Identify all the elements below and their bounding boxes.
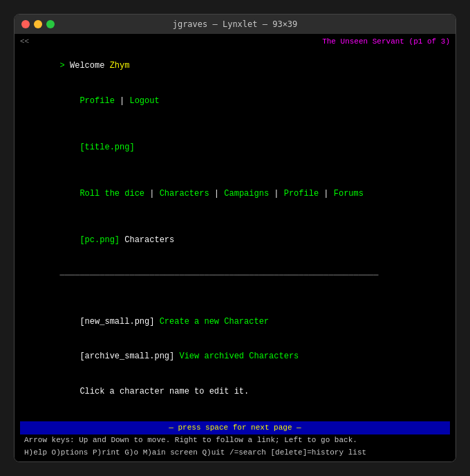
- create-char-link[interactable]: Create a new Character: [160, 317, 269, 327]
- indent: [60, 96, 80, 106]
- indent5: [60, 317, 80, 327]
- nav-sep1: |: [144, 189, 160, 199]
- blank1: [20, 118, 450, 130]
- terminal-content: > Welcome Zhym Profile | Logout [title.p…: [20, 48, 450, 421]
- nav-campaigns[interactable]: Campaigns: [224, 189, 269, 199]
- welcome-line: > Welcome Zhym: [20, 48, 450, 83]
- titlebar: jgraves — Lynxlet — 93×39: [15, 15, 455, 34]
- logout-link[interactable]: Logout: [129, 96, 159, 106]
- indent3: [60, 189, 80, 199]
- terminal-window: jgraves — Lynxlet — 93×39 << The Unseen …: [14, 14, 456, 462]
- create-char-line: [new_small.png] Create a new Character: [20, 304, 450, 339]
- press-space-text: — press space for next page —: [169, 423, 301, 432]
- traffic-lights: [21, 20, 55, 28]
- double-arrow-icon: <<: [20, 37, 29, 47]
- click-char-text: Click a character name to edit it.: [60, 387, 250, 396]
- nav-forums[interactable]: Forums: [334, 189, 364, 199]
- click-char-line: Click a character name to edit it.: [20, 374, 450, 409]
- separator-line: ————————————————————————————————————————…: [20, 258, 450, 293]
- nav-bar: Roll the dice | Characters | Campaigns |…: [20, 176, 450, 211]
- section-header-line: [pc.png] Characters: [20, 223, 450, 257]
- click-campaign-line: Click on a campaign name to view more ab…: [20, 409, 450, 421]
- profile-link[interactable]: Profile: [79, 96, 114, 106]
- nav-sep3: |: [269, 189, 284, 199]
- profile-logout-line: Profile | Logout: [20, 84, 450, 118]
- new-small-img: [new_small.png]: [79, 317, 159, 327]
- view-archived-line: [archive_small.png] View archived Charac…: [20, 339, 450, 374]
- blank4: [20, 293, 450, 304]
- terminal-body: << The Unseen Servant (p1 of 3) > Welcom…: [15, 34, 455, 461]
- close-button[interactable]: [21, 20, 30, 28]
- help-line-1: Arrow keys: Up and Down to move. Right t…: [20, 434, 450, 446]
- section-title: Characters: [120, 235, 174, 245]
- view-archived-link[interactable]: View archived Characters: [179, 351, 299, 361]
- nav-roll[interactable]: Roll the dice: [79, 189, 144, 199]
- indent4: [60, 235, 80, 245]
- welcome-text: Welcome: [70, 61, 110, 71]
- maximize-button[interactable]: [46, 20, 55, 28]
- title-img-line: [title.png]: [20, 130, 450, 165]
- username: Zhym: [110, 61, 130, 71]
- page-status: The Unseen Servant (p1 of 3): [322, 37, 450, 47]
- prompt-arrow: >: [60, 61, 70, 71]
- indent2: [60, 143, 80, 152]
- status-bar: << The Unseen Servant (p1 of 3): [20, 37, 450, 47]
- indent6: [60, 351, 80, 361]
- pc-img: [pc.png]: [79, 235, 120, 245]
- help-line-2: H)elp O)ptions P)rint G)o M)ain screen Q…: [20, 447, 450, 459]
- minimize-button[interactable]: [34, 20, 42, 28]
- sep1: |: [115, 96, 130, 106]
- window-title: jgraves — Lynxlet — 93×39: [173, 19, 298, 29]
- nav-sep4: |: [319, 189, 334, 199]
- press-space-bar: — press space for next page —: [20, 421, 450, 434]
- separator: ————————————————————————————————————————…: [60, 271, 379, 280]
- blank2: [20, 165, 450, 176]
- archive-small-img: [archive_small.png]: [79, 351, 179, 361]
- nav-characters[interactable]: Characters: [160, 189, 209, 199]
- blank3: [20, 212, 450, 223]
- nav-profile[interactable]: Profile: [284, 189, 319, 199]
- nav-sep2: |: [209, 189, 225, 199]
- title-img: [title.png]: [79, 143, 134, 152]
